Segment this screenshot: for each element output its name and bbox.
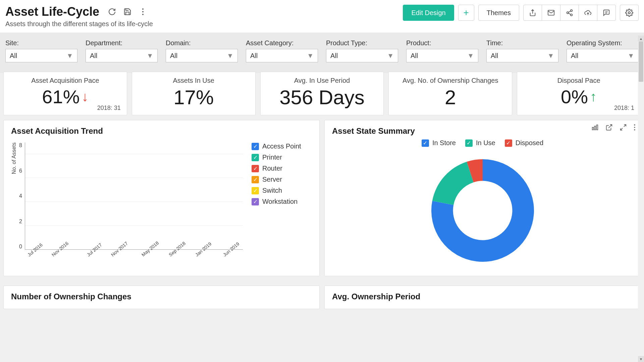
svg-point-1 [142, 11, 144, 12]
filter-select[interactable]: All ▼ [567, 49, 639, 62]
fullscreen-icon[interactable] [620, 124, 627, 131]
legend-item[interactable]: ✓Workstation [252, 198, 312, 205]
legend-label: Disposed [516, 139, 543, 147]
svg-point-7 [571, 14, 573, 16]
legend-item[interactable]: ✓In Use [465, 139, 495, 147]
cloud-upload-icon[interactable] [579, 5, 597, 21]
y-tick: 0 [19, 244, 22, 250]
checkbox-icon: ✓ [465, 139, 473, 147]
filter-assetcategory: Asset Category: All ▼ [246, 39, 318, 62]
kpi-assets-in-use: Assets In Use 17% [132, 72, 256, 115]
title-actions [107, 7, 148, 16]
scroll-track[interactable] [638, 42, 644, 356]
share-icon[interactable] [560, 5, 579, 21]
scroll-up-icon[interactable]: ▲ [638, 36, 644, 42]
kpi-value: 2 [445, 86, 456, 109]
filter-label: Site: [5, 39, 77, 47]
trend-down-icon: ↓ [82, 89, 88, 104]
more-icon[interactable] [138, 7, 148, 16]
legend-item[interactable]: ✓Router [252, 165, 312, 172]
kpi-value: 0% ↑ [561, 86, 597, 108]
filter-value: All [330, 52, 338, 60]
kpi-title: Avg. In Use Period [294, 77, 350, 84]
comment-icon[interactable] [597, 5, 616, 21]
legend-label: Router [262, 165, 282, 172]
filter-select[interactable]: All ▼ [486, 49, 558, 62]
svg-line-19 [621, 128, 623, 130]
svg-rect-15 [594, 126, 596, 130]
y-axis: No. of Assets [11, 142, 19, 270]
legend-item[interactable]: ✓Printer [252, 154, 312, 161]
bar-plot: Jul 2016Nov 2016Jul 2017Nov 2017May 2018… [25, 142, 243, 250]
panel-title: Avg. Ownership Period [332, 292, 633, 301]
more-icon[interactable] [634, 124, 636, 131]
filter-value: All [170, 52, 177, 60]
scroll-down-icon[interactable]: ▼ [638, 356, 644, 362]
filter-department: Department: All ▼ [86, 39, 158, 62]
checkbox-icon: ✓ [252, 176, 259, 183]
scroll-thumb[interactable] [639, 42, 643, 82]
filter-select[interactable]: All ▼ [86, 49, 158, 62]
filter-label: Product Type: [326, 39, 398, 47]
kpi-avg-in-use-period: Avg. In Use Period 356 Days [260, 72, 384, 115]
legend-item[interactable]: ✓Server [252, 176, 312, 183]
legend-item[interactable]: ✓Switch [252, 187, 312, 194]
legend-item[interactable]: ✓Disposed [505, 139, 543, 147]
svg-line-17 [608, 125, 612, 128]
open-external-icon[interactable] [605, 124, 613, 131]
filter-site: Site: All ▼ [5, 39, 77, 62]
kpi-title: Asset Acquisition Pace [31, 77, 99, 84]
export-icon[interactable] [523, 5, 542, 21]
legend-item[interactable]: ✓Access Point [252, 142, 312, 150]
scrollbar[interactable]: ▲ ▼ [638, 36, 644, 362]
legend-item[interactable]: ✓In Store [422, 139, 456, 147]
settings-icon[interactable] [620, 5, 639, 21]
themes-button[interactable]: Themes [478, 5, 519, 21]
y-tick: 2 [19, 219, 22, 225]
add-button[interactable]: + [458, 5, 474, 21]
donut-slice[interactable] [432, 162, 473, 205]
svg-rect-16 [597, 125, 598, 130]
filter-value: All [571, 52, 578, 60]
panel-toolbar [591, 124, 636, 131]
save-icon[interactable] [123, 7, 132, 16]
svg-point-0 [142, 8, 144, 10]
y-tick: 8 [19, 142, 22, 148]
trend-up-icon: ↑ [590, 89, 597, 104]
edit-design-button[interactable]: Edit Design [403, 5, 454, 21]
filter-select[interactable]: All ▼ [406, 49, 478, 62]
page-subtitle: Assets through the different stages of i… [5, 20, 153, 28]
filter-label: Asset Category: [246, 39, 318, 47]
checkbox-icon: ✓ [505, 139, 512, 147]
refresh-icon[interactable] [107, 7, 117, 16]
email-icon[interactable] [542, 5, 560, 21]
kpi-acquisition-pace: Asset Acquisition Pace 61% ↓ 2018: 31 [3, 72, 127, 115]
y-tick: 6 [19, 168, 22, 174]
legend-label: Workstation [262, 198, 298, 205]
panels-row: Asset Acquisition Trend No. of Assets 86… [0, 115, 644, 281]
kpi-title: Avg. No. of Ownership Changes [402, 77, 498, 84]
bar-chart: No. of Assets 86420 Jul 2016Nov 2016Jul … [11, 142, 312, 270]
y-tick: 4 [19, 193, 22, 199]
legend-label: Access Point [262, 142, 301, 150]
filter-select[interactable]: All ▼ [246, 49, 318, 62]
donut-legend: ✓In Store✓In Use✓Disposed [422, 139, 543, 147]
svg-point-5 [571, 10, 573, 11]
kpi-value-text: 0% [561, 86, 588, 108]
chevron-down-icon: ▼ [628, 52, 634, 60]
kpi-value: 356 Days [279, 86, 364, 109]
filter-select[interactable]: All ▼ [166, 49, 238, 62]
chevron-down-icon: ▼ [66, 52, 73, 60]
kpi-title: Assets In Use [173, 77, 214, 84]
kpi-value: 61% ↓ [42, 86, 88, 108]
kpi-sub: 2018: 1 [614, 105, 634, 112]
legend-label: Printer [262, 154, 282, 161]
svg-rect-14 [592, 127, 594, 130]
chart-type-icon[interactable] [591, 124, 599, 131]
kpi-row: Asset Acquisition Pace 61% ↓ 2018: 31 As… [0, 72, 644, 115]
filter-select[interactable]: All ▼ [5, 49, 77, 62]
filter-select[interactable]: All ▼ [326, 49, 398, 62]
chevron-down-icon: ▼ [547, 52, 554, 60]
chevron-down-icon: ▼ [227, 52, 233, 60]
filter-operatingsystem: Operating System: All ▼ [567, 39, 639, 62]
